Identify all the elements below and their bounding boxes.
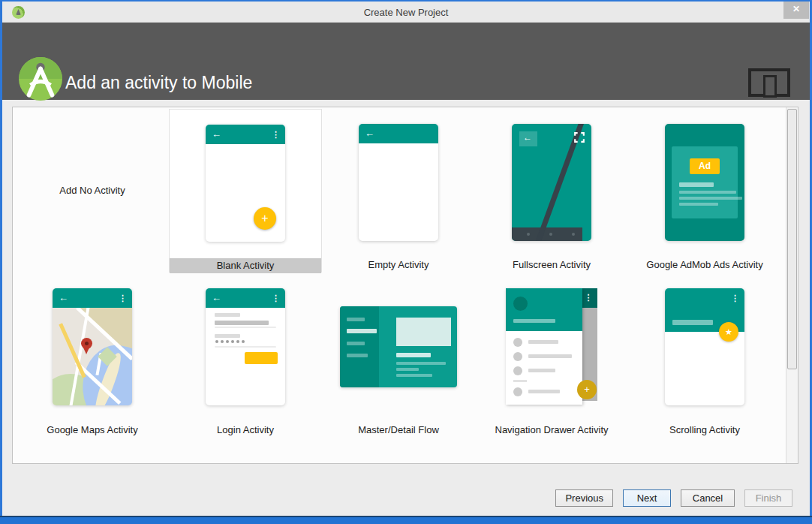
previous-button[interactable]: Previous — [555, 489, 613, 507]
wizard-step-title: Add an activity to Mobile — [65, 73, 252, 93]
placeholder-line — [347, 329, 377, 333]
drawer-item-icon — [513, 366, 522, 375]
fab-star-icon: ★ — [719, 322, 738, 342]
close-button[interactable]: ✕ — [783, 0, 809, 19]
finish-button[interactable]: Finish — [744, 489, 792, 507]
empty-activity-preview: ← — [359, 124, 438, 241]
back-arrow-icon: ← — [212, 291, 221, 305]
login-activity-preview: ← ⋮ — [206, 288, 285, 405]
overflow-menu-icon: ⋮ — [585, 293, 593, 302]
master-list-pane — [340, 306, 379, 387]
detail-image-placeholder — [396, 318, 451, 346]
username-input-placeholder — [215, 321, 269, 325]
blank-activity-preview: ← ⋮ + — [206, 125, 285, 242]
activity-label: Scrolling Activity — [628, 423, 781, 438]
next-button[interactable]: Next — [623, 489, 671, 507]
activity-thumbnail: ← ⋮ — [169, 288, 322, 405]
back-arrow-icon: ← — [59, 291, 68, 305]
activity-thumbnail: ← — [475, 124, 628, 241]
map-graphic — [53, 308, 132, 405]
drawer-item-icon — [513, 338, 522, 347]
vertical-scrollbar[interactable] — [786, 107, 798, 463]
fab-plus-icon: + — [254, 207, 276, 230]
activity-cell-fullscreen-activity[interactable]: ← Fullscreen Activity — [475, 109, 628, 273]
placeholder-line — [679, 182, 714, 187]
input-underline — [215, 327, 276, 328]
activity-cell-google-maps-activity[interactable]: ← ⋮ — [16, 274, 169, 438]
activity-label: Master/Detail Flow — [322, 423, 475, 438]
activity-cell-google-admob-ads-activity[interactable]: Ad Google AdMob Ads Activity — [628, 109, 781, 273]
placeholder-line — [679, 203, 718, 206]
android-studio-logo-icon — [19, 57, 62, 101]
ad-badge: Ad — [690, 158, 720, 174]
activity-cell-blank-activity[interactable]: ← ⋮ + Blank Activity — [169, 109, 322, 273]
placeholder-line — [513, 319, 555, 323]
window-border-top — [0, 0, 812, 2]
activity-label: Google Maps Activity — [16, 423, 169, 438]
scrollbar-thumb[interactable] — [787, 109, 797, 369]
field-label-placeholder — [215, 313, 240, 317]
activity-cell-add-no-activity[interactable]: Add No Activity — [16, 109, 169, 273]
activity-thumbnail: ← ⋮ — [16, 288, 169, 405]
map-pin-icon — [81, 338, 93, 356]
sign-in-button-placeholder — [245, 352, 278, 364]
activity-gallery-panel: Add No Activity ← ⋮ + Blank Activity ← E… — [12, 107, 798, 464]
maps-activity-preview: ← ⋮ — [53, 288, 132, 405]
wizard-button-bar: Previous Next Cancel Finish — [555, 489, 792, 507]
admob-activity-preview: Ad — [665, 124, 744, 241]
placeholder-line — [347, 318, 365, 321]
navigation-drawer-preview: ⋮ + — [506, 288, 597, 405]
title-bar: Create New Project — [2, 2, 810, 23]
activity-label: Add No Activity — [16, 183, 169, 198]
overflow-menu-icon: ⋮ — [272, 128, 280, 140]
admob-content-panel: Ad — [672, 146, 738, 218]
preview-appbar: ← — [359, 124, 438, 143]
placeholder-line — [396, 362, 446, 365]
placeholder-line — [528, 340, 558, 344]
back-arrow-icon: ← — [212, 128, 221, 141]
phone-outline-icon — [763, 75, 777, 98]
activity-cell-empty-activity[interactable]: ← Empty Activity — [322, 109, 475, 273]
activity-thumbnail: ⋮ ★ — [628, 288, 781, 405]
activity-thumbnail: ⋮ + — [475, 288, 628, 405]
drawer-panel — [506, 288, 582, 405]
back-arrow-icon: ← — [523, 132, 532, 143]
drawer-divider — [513, 380, 527, 382]
activity-cell-master-detail-flow[interactable]: Master/Detail Flow — [322, 274, 475, 438]
back-arrow-icon: ← — [365, 127, 374, 140]
activity-label: Fullscreen Activity — [475, 257, 628, 273]
activity-cell-login-activity[interactable]: ← ⋮ Login Activity — [169, 274, 322, 438]
overflow-menu-icon: ⋮ — [119, 292, 127, 304]
drawer-header — [506, 288, 582, 331]
preview-appbar: ← ⋮ — [206, 125, 285, 144]
back-arrow-box: ← — [519, 131, 537, 146]
activity-label: Navigation Drawer Activity — [475, 423, 628, 438]
fab-plus-icon: + — [577, 380, 597, 399]
cancel-button[interactable]: Cancel — [681, 489, 735, 507]
placeholder-line — [396, 368, 419, 371]
field-label-placeholder — [215, 334, 240, 338]
activity-thumbnail: Ad — [628, 124, 781, 241]
activity-label: Empty Activity — [322, 257, 475, 273]
fullscreen-icon — [574, 132, 585, 143]
master-detail-preview — [340, 306, 457, 387]
window-title: Create New Project — [2, 7, 810, 18]
navbar-dots — [527, 233, 530, 236]
wizard-header: Add an activity to Mobile — [2, 23, 810, 100]
password-dots — [215, 340, 218, 343]
activity-cell-scrolling-activity[interactable]: ⋮ ★ Scrolling Activity — [628, 274, 781, 438]
placeholder-line — [679, 191, 736, 194]
window-border-left — [0, 0, 2, 524]
placeholder-line — [672, 320, 713, 325]
placeholder-line — [679, 197, 742, 200]
placeholder-line — [528, 369, 555, 372]
placeholder-line — [528, 354, 572, 358]
placeholder-line — [528, 390, 560, 393]
activity-thumbnail: ← — [322, 124, 475, 241]
activity-thumbnail — [322, 288, 475, 405]
mobile-form-factor-icon — [748, 68, 790, 97]
placeholder-line — [396, 353, 431, 357]
placeholder-line — [396, 374, 432, 377]
activity-cell-navigation-drawer-activity[interactable]: ⋮ + — [475, 274, 628, 438]
avatar — [513, 297, 528, 311]
